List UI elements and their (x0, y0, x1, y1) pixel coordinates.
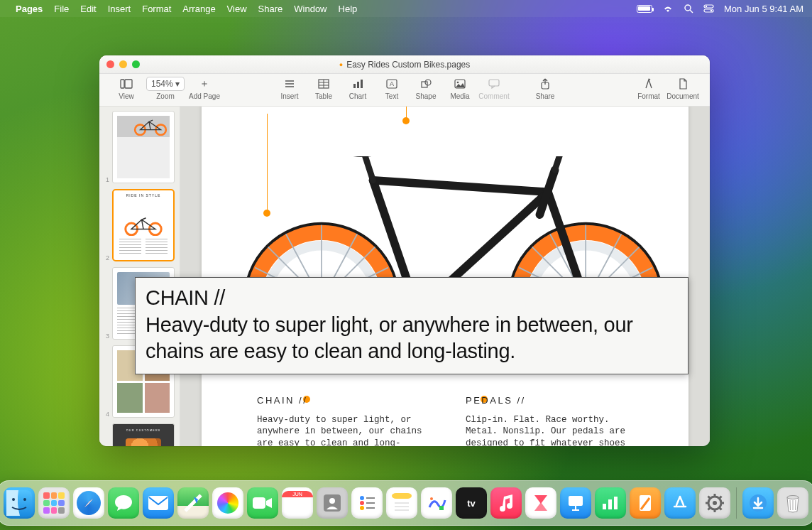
thumbnail-1[interactable]: 1 (104, 111, 175, 183)
dock-tv[interactable]: tv (456, 487, 487, 519)
dock-downloads[interactable] (742, 487, 774, 519)
column-pedals[interactable]: PEDALS // Clip-in. Flat. Race worthy. Me… (466, 394, 646, 446)
hover-text-heading: CHAIN // (146, 285, 678, 312)
svg-rect-112 (614, 497, 618, 509)
svg-point-5 (710, 10, 712, 11)
toolbar-table[interactable]: Table (307, 77, 341, 100)
desktop: Pages File Edit Insert Format Arrange Vi… (0, 0, 812, 530)
dock-appstore[interactable] (664, 487, 696, 519)
toolbar-zoom[interactable]: 154% ▾ Zoom (143, 77, 187, 100)
svg-point-126 (787, 496, 799, 499)
control-center-icon[interactable] (703, 4, 714, 13)
menu-insert[interactable]: Insert (108, 4, 131, 14)
svg-line-123 (708, 508, 710, 510)
dock-separator (736, 487, 737, 519)
toolbar-add-page[interactable]: ＋ Add Page (187, 77, 221, 100)
menu-format[interactable]: Format (142, 4, 171, 14)
dock: JUN 5 tv (0, 480, 812, 526)
toolbar-text[interactable]: A Text (375, 77, 409, 100)
toolbar-shape[interactable]: Shape (409, 77, 443, 100)
menu-file[interactable]: File (54, 4, 69, 14)
svg-point-23 (457, 82, 459, 84)
minimize-button[interactable] (119, 60, 127, 68)
menu-view[interactable]: View (227, 4, 247, 14)
svg-rect-15 (353, 84, 356, 88)
dock-maps[interactable] (177, 487, 209, 519)
svg-marker-87 (84, 499, 93, 507)
thumbnail-5[interactable]: 5 OUR CUSTOMERS (104, 423, 175, 446)
toolbar-chart[interactable]: Chart (341, 77, 375, 100)
document-title: Easy Rides Custom Bikes.pages (339, 60, 471, 70)
dock-contacts[interactable] (317, 487, 348, 519)
thumbnail-2[interactable]: 2 RIDE IN STYLE (104, 189, 175, 261)
svg-point-115 (713, 501, 717, 505)
dock-freeform[interactable] (421, 487, 452, 519)
svg-line-81 (555, 156, 562, 170)
svg-line-122 (720, 497, 722, 499)
svg-rect-106 (439, 506, 444, 510)
svg-rect-107 (569, 496, 583, 506)
svg-rect-16 (357, 82, 359, 88)
dock-reminders[interactable] (351, 487, 383, 519)
fullscreen-button[interactable] (132, 60, 140, 68)
svg-rect-24 (489, 80, 499, 86)
titlebar[interactable]: Easy Rides Custom Bikes.pages (99, 55, 710, 74)
svg-line-121 (720, 508, 722, 510)
menubar: Pages File Edit Insert Format Arrange Vi… (0, 0, 812, 17)
toolbar: View 154% ▾ Zoom ＋ Add Page Insert Table (99, 74, 710, 107)
svg-point-21 (425, 80, 431, 85)
svg-line-127 (790, 500, 791, 510)
close-button[interactable] (106, 60, 114, 68)
svg-rect-111 (608, 499, 612, 509)
dock-notes[interactable] (386, 487, 417, 519)
battery-icon[interactable] (637, 5, 652, 13)
svg-line-120 (708, 497, 710, 499)
toolbar-document[interactable]: Document (666, 77, 700, 100)
dock-news[interactable] (525, 487, 556, 519)
dock-settings[interactable] (699, 487, 730, 519)
menubar-clock[interactable]: Mon Jun 5 9:41 AM (724, 4, 803, 14)
menu-window[interactable]: Window (294, 4, 327, 14)
dock-trash[interactable] (777, 487, 808, 519)
dock-safari[interactable] (73, 487, 104, 519)
svg-rect-88 (148, 496, 168, 510)
svg-line-72 (373, 180, 549, 192)
svg-point-95 (360, 501, 364, 505)
svg-point-84 (12, 498, 15, 501)
svg-line-1 (690, 10, 693, 13)
svg-point-97 (360, 506, 364, 510)
column-chain[interactable]: CHAIN // Heavy-duty to super light, or a… (257, 394, 437, 446)
svg-rect-110 (603, 504, 606, 509)
toolbar-view[interactable]: View (109, 77, 143, 100)
dock-messages[interactable] (108, 487, 139, 519)
pages-window: Easy Rides Custom Bikes.pages View 154% … (99, 55, 710, 446)
dock-finder[interactable] (4, 487, 35, 519)
document-canvas[interactable]: CHAIN // Heavy-duty to super light, or a… (180, 107, 710, 446)
toolbar-media[interactable]: Media (443, 77, 477, 100)
app-menu[interactable]: Pages (16, 4, 43, 14)
dock-numbers[interactable] (595, 487, 626, 519)
svg-rect-7 (125, 80, 132, 88)
menu-arrange[interactable]: Arrange (182, 4, 215, 14)
toolbar-insert[interactable]: Insert (273, 77, 307, 100)
menu-edit[interactable]: Edit (80, 4, 96, 14)
spotlight-icon[interactable] (684, 4, 693, 13)
window-controls (106, 60, 140, 68)
wifi-icon[interactable] (662, 4, 674, 13)
dock-facetime[interactable] (247, 487, 278, 519)
dock-keynote[interactable] (560, 487, 591, 519)
dock-launchpad[interactable] (38, 487, 70, 519)
svg-point-93 (360, 496, 364, 500)
dock-mail[interactable] (143, 487, 174, 519)
svg-point-0 (685, 5, 691, 11)
dock-photos[interactable] (212, 487, 243, 519)
document-text-columns: CHAIN // Heavy-duty to super light, or a… (257, 394, 646, 446)
menu-share[interactable]: Share (258, 4, 283, 14)
toolbar-share[interactable]: Share (528, 77, 562, 100)
dock-pages[interactable] (630, 487, 661, 519)
toolbar-format[interactable]: Format (632, 77, 666, 100)
hover-text-body: Heavy-duty to super light, or anywhere i… (146, 312, 678, 365)
dock-music[interactable] (490, 487, 522, 519)
dock-calendar[interactable]: JUN 5 (282, 487, 313, 519)
menu-help[interactable]: Help (339, 4, 358, 14)
